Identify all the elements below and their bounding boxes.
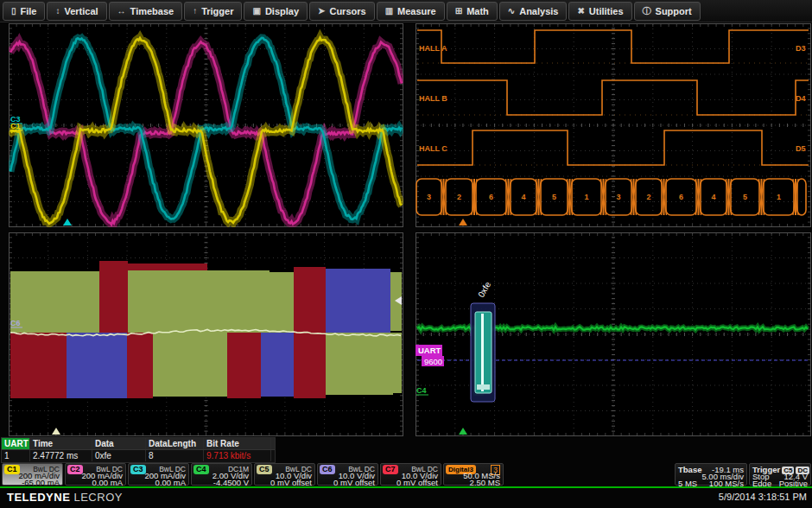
trigger-descriptor[interactable]: TriggerC5DCStop12.4 VEdgePositive xyxy=(749,463,811,486)
bus-value: 2 xyxy=(457,193,461,201)
menu-item-math[interactable]: ⊞Math xyxy=(447,2,498,21)
utilities-icon: ✖ xyxy=(577,6,584,16)
vertical-icon: ↕ xyxy=(55,6,60,16)
graticule: C3C1 xyxy=(9,23,403,227)
channel-tag-c5: C5 xyxy=(257,465,272,474)
cursors-icon: ➤ xyxy=(318,6,325,16)
bus-value: 4 xyxy=(521,193,525,201)
menu-item-trigger[interactable]: ↑Trigger xyxy=(184,2,242,21)
pwm-block xyxy=(128,270,270,333)
digital-hall-grid[interactable]: HALL AD3HALL BD4HALL CD5326451326451 xyxy=(416,23,811,231)
brand-teledyne: TELEDYNE xyxy=(7,491,70,504)
analog-waveform-grid[interactable]: C3C1 xyxy=(9,23,403,231)
timebase-descriptor[interactable]: Tbase-19.1 ms5.00 ms/div5 MS100 MS/s xyxy=(675,463,747,486)
channel-descriptor-c5[interactable]: C5BwL DC10.0 V/div0 mV offset xyxy=(254,463,315,486)
uart-row-index: 1 xyxy=(2,450,30,461)
channel-offset-marker-c4[interactable]: C4 xyxy=(416,386,427,395)
channel-offset-marker-c1[interactable]: C1 xyxy=(10,122,21,130)
menu-item-label: Support xyxy=(656,6,692,16)
uart-col-header: Time xyxy=(30,438,92,449)
pwm-block xyxy=(326,269,390,333)
pwm-block xyxy=(393,333,402,393)
menu-item-label: Trigger xyxy=(201,6,233,16)
menu-item-measure[interactable]: ▥Measure xyxy=(377,2,445,21)
menu-item-label: Timebase xyxy=(130,6,174,16)
uart-col-header: Data xyxy=(92,438,146,449)
math-icon: ⊞ xyxy=(455,6,462,16)
digital-label: HALL B xyxy=(419,94,447,103)
channel-descriptor-row: C1BwL DC200 mA/div-65.00 mAC2BwL DC200 m… xyxy=(0,463,812,486)
display-icon: ▣ xyxy=(252,6,260,16)
menu-item-vertical[interactable]: ↕Vertical xyxy=(47,2,106,21)
pwm-block xyxy=(67,333,127,398)
channel-tag-c6: C6 xyxy=(320,465,335,474)
channel-tag-c2: C2 xyxy=(67,465,83,474)
timebase-icon: ↔ xyxy=(117,6,126,16)
analysis-icon: ∿ xyxy=(508,6,515,16)
menu-item-support[interactable]: ⓘSupport xyxy=(634,2,701,21)
digital-line-id: D4 xyxy=(796,94,806,103)
menu-item-label: File xyxy=(21,6,37,16)
channel-descriptor-c6[interactable]: C6BwL DC10.0 V/div0 mV offset xyxy=(317,463,378,486)
channel-descriptor-c4[interactable]: C4DC1M2.00 V/div-4.4500 V xyxy=(191,463,252,486)
menu-item-analysis[interactable]: ∿Analysis xyxy=(499,2,568,21)
pwm-block xyxy=(326,333,393,395)
bus-value: 2 xyxy=(646,193,650,201)
digital-line-id: D5 xyxy=(796,144,806,153)
menu-item-utilities[interactable]: ✖Utilities xyxy=(568,2,631,21)
channel-tag-c7: C7 xyxy=(383,465,398,474)
uart-decode-grid[interactable]: 0xfeUART9600C4 xyxy=(416,232,811,440)
menu-item-cursors[interactable]: ➤Cursors xyxy=(309,2,375,21)
channel-tag-c4: C4 xyxy=(193,465,209,474)
digital-line-id: D3 xyxy=(796,44,806,53)
graticule: C6 xyxy=(9,232,403,436)
uart-table-header: UARTTimeDataDataLengthBit Rate xyxy=(2,438,275,450)
uart-table-tag: UART xyxy=(2,438,30,449)
channel-descriptor-c3[interactable]: C3BwL DC200 mA/div0.00 mA xyxy=(128,463,189,486)
menu-item-label: Cursors xyxy=(329,6,365,16)
channel-descriptor-c1[interactable]: C1BwL DC200 mA/div-65.00 mA xyxy=(2,463,63,486)
channel-descriptor-digital3[interactable]: Digital3350.0 MS/s2.50 MS xyxy=(443,463,504,486)
status-bar: TELEDYNE LECROY 5/9/2014 3:18:51 PM xyxy=(0,489,812,508)
pwm-block xyxy=(227,333,261,398)
brand-logo: TELEDYNE LECROY xyxy=(7,491,123,504)
menu-item-label: Analysis xyxy=(519,6,558,16)
pwm-block xyxy=(10,271,99,333)
file-icon: ▯ xyxy=(11,6,16,16)
bus-value: 4 xyxy=(711,193,715,201)
uart-proto-label: UART xyxy=(418,346,441,355)
uart-decode-table[interactable]: UARTTimeDataDataLengthBit Rate12.47772 m… xyxy=(1,437,276,463)
measure-icon: ▥ xyxy=(385,6,393,16)
menu-item-file[interactable]: ▯File xyxy=(3,2,45,21)
menu-item-timebase[interactable]: ↔Timebase xyxy=(109,2,183,21)
bus-value: 3 xyxy=(427,193,431,201)
brand-lecroy: LECROY xyxy=(73,491,122,504)
menu-item-label: Utilities xyxy=(589,6,624,16)
menu-item-label: Vertical xyxy=(64,6,98,16)
channel-tag-c3: C3 xyxy=(130,465,146,474)
uart-baud-label: 9600 xyxy=(424,357,442,366)
bus-value: 6 xyxy=(679,193,683,201)
datetime-display: 5/9/2014 3:18:51 PM xyxy=(719,492,807,502)
bus-value: 1 xyxy=(777,193,781,201)
graticule: 0xfeUART9600C4 xyxy=(416,232,811,436)
menu-item-display[interactable]: ▣Display xyxy=(244,2,308,21)
oscilloscope-screen: ▯File↕Vertical↔Timebase↑Trigger▣Display➤… xyxy=(0,0,812,508)
pwm-block xyxy=(99,261,128,333)
digital-label: HALL C xyxy=(419,144,447,153)
channel-descriptor-c7[interactable]: C7BwL DC10.0 V/div0 mV offset xyxy=(380,463,441,486)
bus-value: 5 xyxy=(743,193,747,201)
bus-value: 5 xyxy=(552,193,556,201)
uart-row-data: 0xfe xyxy=(92,450,146,461)
pwm-block xyxy=(128,264,207,271)
uart-col-header: DataLength xyxy=(146,438,204,449)
channel-descriptor-c2[interactable]: C2BwL DC200 mA/div0.00 mA xyxy=(65,463,126,486)
pwm-voltage-grid[interactable]: C6 xyxy=(9,232,403,440)
brand-accent-line xyxy=(0,486,812,488)
channel-offset-marker-c6[interactable]: C6 xyxy=(10,319,21,327)
uart-row-bitrate: 9.713 kbit/s xyxy=(204,450,271,461)
uart-table-row[interactable]: 12.47772 ms0xfe89.713 kbit/s xyxy=(2,450,275,461)
channel-tag-c1: C1 xyxy=(4,465,20,474)
uart-row-length: 8 xyxy=(146,450,204,461)
menu-item-label: Display xyxy=(265,6,299,16)
